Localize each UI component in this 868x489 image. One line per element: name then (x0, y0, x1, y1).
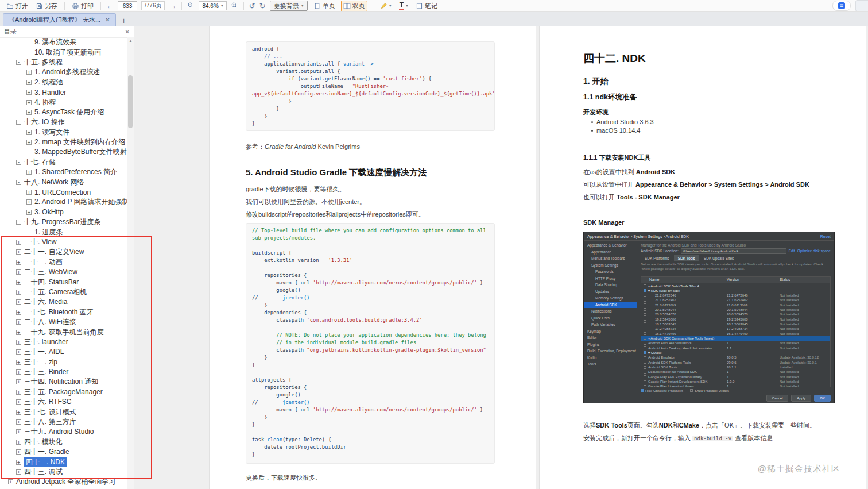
toc-item[interactable]: +四十三. 调试 (0, 467, 127, 477)
scrollbar-thumb[interactable] (128, 75, 133, 128)
expand-icon[interactable]: + (26, 80, 32, 85)
toc-item[interactable]: +四十. 模块化 (0, 437, 127, 447)
page-number-input[interactable] (118, 1, 137, 10)
toc-item[interactable]: +二十六. Media (0, 297, 127, 307)
toc-item[interactable]: +三十九. Android Studio (0, 427, 127, 437)
toc-item[interactable]: 10. 取消子项更新动画 (0, 47, 127, 57)
expand-icon[interactable]: + (16, 469, 21, 475)
toc-item[interactable]: +三十一. AIDL (0, 347, 127, 357)
print-button[interactable]: 打印 (70, 1, 95, 11)
toc-item[interactable]: +二十九. 获取手机当前角度 (0, 327, 127, 337)
expand-icon[interactable]: + (26, 140, 32, 145)
toc-item[interactable]: +1. 读写文件 (0, 128, 127, 137)
toc-item[interactable]: +二十一. 自定义View (0, 247, 127, 257)
zoom-in-button[interactable] (231, 2, 238, 10)
expand-icon[interactable]: + (16, 360, 21, 365)
expand-icon[interactable]: + (16, 249, 21, 255)
toc-item[interactable]: +三十八. 第三方库 (0, 417, 127, 427)
undo-button[interactable]: ↺ (249, 2, 255, 10)
toc-item[interactable]: +二十. View (0, 237, 127, 247)
toc-item[interactable]: +3. OkHttp (0, 207, 127, 217)
expand-icon[interactable]: + (26, 190, 32, 195)
expand-icon[interactable]: + (16, 419, 21, 425)
redo-button[interactable]: ↻ (259, 2, 266, 10)
toc-item[interactable]: -十八. NetWork 网络 (0, 177, 127, 187)
previous-page-button[interactable]: ← (106, 2, 114, 10)
toc-item[interactable]: -十九. ProgressBar进度条 (0, 217, 127, 227)
document-tab[interactable]: 《Android编程入门教程》 无水... ✕ (3, 13, 116, 26)
expand-icon[interactable]: + (16, 269, 21, 275)
expand-icon[interactable]: + (16, 379, 21, 384)
expand-icon[interactable]: + (16, 260, 21, 265)
toc-item[interactable]: +三十二. zip (0, 357, 127, 367)
toc-item[interactable]: +5. AsyncTask 使用介绍 (0, 107, 127, 117)
tab-close-icon[interactable]: ✕ (105, 17, 110, 23)
toc-item[interactable]: +三十. launcher (0, 337, 127, 347)
toc-item[interactable]: +三十三. Binder (0, 367, 127, 377)
expand-icon[interactable]: + (16, 349, 21, 355)
expand-icon[interactable]: + (26, 90, 32, 95)
open-button[interactable]: 打开 (5, 1, 30, 11)
expand-icon[interactable]: + (16, 399, 21, 405)
expand-icon[interactable]: + (16, 299, 21, 305)
toc-item[interactable]: 1. 进度条 (0, 227, 127, 237)
double-page-button[interactable]: 双页 (341, 1, 367, 11)
expand-icon[interactable]: + (26, 210, 32, 215)
expand-icon[interactable]: + (16, 429, 21, 434)
toc-item[interactable]: +三十七. 设计模式 (0, 407, 127, 417)
zoom-out-button[interactable] (187, 2, 195, 10)
toc-item[interactable]: +1. Android多线程综述 (0, 67, 127, 77)
toc-item[interactable]: +二十八. WiFi连接 (0, 317, 127, 327)
toc-item[interactable]: +1. URLConnection (0, 187, 127, 197)
toc-item[interactable]: +1. SharedPreferences 简介 (0, 167, 127, 177)
expand-icon[interactable]: + (8, 479, 13, 484)
collapse-icon[interactable]: - (16, 160, 21, 165)
change-background-dropdown[interactable]: 更换背景 ▾ (270, 1, 308, 11)
toc-item[interactable]: +四十二. NDK (0, 457, 127, 467)
expand-icon[interactable]: + (16, 449, 21, 455)
scrollbar-up-arrow-icon[interactable]: ▲ (127, 37, 134, 44)
toc-item[interactable]: 9. 瀑布流效果 (0, 37, 127, 47)
toc-item[interactable]: 3. MappedByteBuffer文件映射内 (0, 147, 127, 157)
toc-item[interactable]: +2. Android P 网络请求开始强制要 (0, 197, 127, 207)
toc-item[interactable]: -十七. 存储 (0, 157, 127, 167)
toc-item[interactable]: -十六. IO 操作 (0, 117, 127, 127)
expand-icon[interactable]: + (16, 460, 21, 465)
toc-item[interactable]: +2. 线程池 (0, 78, 127, 87)
expand-icon[interactable]: + (16, 280, 21, 285)
toc-item[interactable]: +2. mmap 文件映射到内存介绍 (0, 137, 127, 147)
sidebar-scrollbar[interactable]: ▲ (127, 37, 134, 489)
new-tab-button[interactable]: + (119, 16, 129, 26)
document-viewer[interactable]: android { // ... applicationvariants.all… (134, 26, 868, 489)
save-as-button[interactable]: 另存 (34, 1, 59, 11)
toc-item[interactable]: +二十三. WebView (0, 267, 127, 277)
toc-item[interactable]: +三十五. PackageManager (0, 387, 127, 397)
expand-icon[interactable]: + (16, 319, 21, 325)
text-tool-dropdown[interactable]: T ▾ (397, 2, 410, 10)
toc-item[interactable]: +4. 协程 (0, 97, 127, 107)
sidebar-close-icon[interactable]: ✕ (125, 29, 130, 35)
zoom-level-dropdown[interactable]: 84.6% ▾ (199, 1, 226, 10)
toc-item[interactable]: +三十六. RTFSC (0, 397, 127, 407)
toc-item[interactable]: +二十五. Camera相机 (0, 287, 127, 297)
collapse-icon[interactable]: - (16, 180, 21, 185)
extension-widget[interactable]: ≣ (832, 1, 851, 11)
collapse-icon[interactable]: - (16, 120, 21, 125)
toc-item[interactable]: +Android Jetpack 全家桶全面学习 (0, 477, 127, 487)
toc-item[interactable]: +二十四. StatusBar (0, 277, 127, 287)
toc-item[interactable]: +二十二. 动画 (0, 257, 127, 267)
expand-icon[interactable]: + (16, 390, 21, 395)
expand-icon[interactable]: + (26, 130, 32, 135)
toc-item[interactable]: +三十四. Notification 通知 (0, 377, 127, 387)
toc-item[interactable]: +二十七. Bluetooth 蓝牙 (0, 307, 127, 317)
expand-icon[interactable]: + (16, 340, 21, 345)
expand-icon[interactable]: + (26, 199, 32, 205)
expand-icon[interactable]: + (16, 310, 21, 315)
next-page-button[interactable]: → (169, 2, 176, 10)
single-page-button[interactable]: 单页 (312, 1, 337, 11)
toc-item[interactable]: +四十一. Gradle (0, 447, 127, 457)
collapse-icon[interactable]: - (16, 220, 21, 225)
expand-icon[interactable]: + (26, 70, 32, 75)
expand-icon[interactable]: + (26, 170, 32, 175)
notes-button[interactable]: 笔记 (414, 1, 439, 11)
